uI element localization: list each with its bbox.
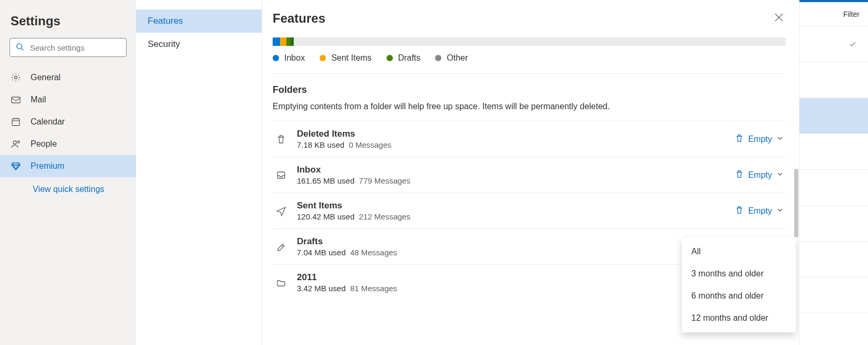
empty-button[interactable]: Empty [735,169,786,181]
bg-mail-row[interactable] [799,170,868,206]
trash-icon [735,169,744,181]
chevron-down-icon [776,170,784,180]
storage-legend: Inbox Sent Items Drafts Other [273,53,786,74]
bg-mail-row[interactable] [799,98,868,134]
people-icon [11,139,21,149]
mail-icon [11,94,21,105]
search-settings[interactable] [9,38,127,57]
svg-rect-3 [12,97,20,103]
search-input[interactable] [30,43,121,52]
sidebar-item-mail[interactable]: Mail [0,89,136,111]
calendar-icon [11,117,21,127]
subnav-features[interactable]: Features [136,9,262,33]
folder-row-sent: Sent Items 120.42 MB used 212 Messages E… [273,193,786,229]
folder-row-deleted: Deleted Items 7.18 KB used 0 Messages Em… [273,121,786,157]
folders-description: Emptying contents from a folder will hel… [273,102,786,111]
gear-icon [11,72,21,83]
empty-button[interactable]: Empty [735,205,786,217]
bg-mail-row[interactable] [799,277,868,313]
check-icon [849,41,856,48]
empty-button[interactable]: Empty [735,133,786,145]
draft-icon [275,242,287,252]
dropdown-item-3mo[interactable]: 3 months and older [682,263,796,285]
dropdown-item-12mo[interactable]: 12 months and older [682,307,796,329]
sidebar-item-label: Calendar [31,117,65,127]
legend-inbox: Inbox [273,53,305,63]
dropdown-item-all[interactable]: All [682,241,796,263]
page-title: Features [273,11,325,26]
legend-other: Other [435,53,468,63]
search-icon [15,42,25,53]
close-button[interactable] [772,11,786,26]
sidebar-item-label: Mail [31,95,46,104]
chevron-down-icon [776,135,784,144]
bg-mail-row[interactable] [799,26,868,62]
folder-name: Sent Items [297,200,725,211]
empty-dropdown-menu: All 3 months and older 6 months and olde… [682,237,796,332]
bg-mail-row[interactable] [799,62,868,98]
folder-name: Inbox [297,165,725,175]
legend-drafts: Drafts [387,53,421,63]
send-icon [275,206,287,216]
scrollbar[interactable] [794,169,798,237]
subnav-security[interactable]: Security [136,33,262,56]
svg-rect-12 [277,172,285,178]
folders-heading: Folders [273,84,786,95]
folder-name: Deleted Items [297,129,725,139]
folder-icon [275,277,287,288]
svg-point-2 [15,76,17,79]
main-panel: Features Inbox Sent Items Drafts Other F… [262,0,799,345]
sidebar-item-people[interactable]: People [0,133,136,155]
sidebar-item-general[interactable]: General [0,66,136,89]
background-app-strip: Filter [799,0,868,345]
sidebar-item-label: People [31,139,57,149]
view-quick-settings-link[interactable]: View quick settings [0,177,136,194]
settings-subnav: Features Security [136,0,262,345]
bg-mail-row[interactable] [799,134,868,170]
trash-icon [275,134,287,145]
bg-mail-row[interactable] [799,206,868,242]
storage-usage-bar [273,37,786,46]
sidebar-item-label: General [31,73,61,82]
trash-icon [735,133,744,145]
settings-sidebar: Settings General Mail Cal [0,0,136,345]
bg-mail-row[interactable] [799,242,868,277]
svg-point-8 [13,141,16,144]
chevron-down-icon [776,206,784,216]
sidebar-item-label: Premium [31,161,64,171]
settings-title: Settings [0,9,136,38]
legend-sent: Sent Items [320,53,371,63]
sidebar-item-premium[interactable]: Premium [0,155,136,177]
svg-point-9 [17,141,20,143]
svg-line-1 [22,48,24,50]
trash-icon [735,205,744,217]
sidebar-item-calendar[interactable]: Calendar [0,111,136,133]
inbox-icon [275,170,287,180]
filter-button[interactable]: Filter [843,10,860,18]
svg-point-0 [17,43,22,49]
svg-rect-4 [12,119,20,126]
diamond-icon [11,161,21,171]
dropdown-item-6mo[interactable]: 6 months and older [682,285,796,307]
folder-row-inbox: Inbox 161.65 MB used 779 Messages Empty [273,157,786,193]
